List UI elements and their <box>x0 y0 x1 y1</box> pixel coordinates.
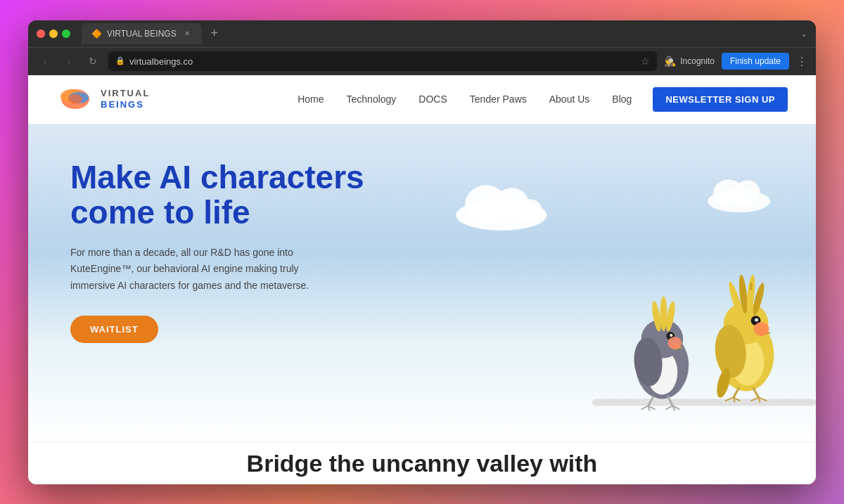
svg-line-27 <box>665 406 672 409</box>
hero-description: For more than a decade, all our R&D has … <box>70 245 338 295</box>
nav-tender-paws[interactable]: Tender Paws <box>470 93 527 105</box>
incognito-label: Incognito <box>680 56 715 66</box>
fullscreen-button[interactable] <box>62 30 70 38</box>
nav-about-us[interactable]: About Us <box>549 93 590 105</box>
close-button[interactable] <box>37 30 45 38</box>
lock-icon: 🔒 <box>115 56 125 66</box>
website-content: VIRTUAL BEINGS Home Technology DOCS Tend… <box>28 75 816 484</box>
next-section-preview: Bridge the uncanny valley with <box>28 442 816 484</box>
svg-rect-11 <box>592 399 816 406</box>
svg-point-40 <box>755 318 758 321</box>
browser-window: 🔶 VIRTUAL BEINGS ✕ + ⌄ ‹ › ↻ 🔒 virtualbe… <box>28 20 816 484</box>
forward-button[interactable]: › <box>60 53 77 70</box>
address-field[interactable]: 🔒 virtualbeings.co ☆ <box>108 51 657 71</box>
site-nav-links: Home Technology DOCS Tender Paws About U… <box>298 93 632 105</box>
tab-close-button[interactable]: ✕ <box>182 29 192 39</box>
site-nav: VIRTUAL BEINGS Home Technology DOCS Tend… <box>28 75 816 124</box>
nav-home[interactable]: Home <box>298 93 324 105</box>
new-tab-button[interactable]: + <box>205 24 224 44</box>
active-tab[interactable]: 🔶 VIRTUAL BEINGS ✕ <box>82 23 202 44</box>
nav-docs[interactable]: DOCS <box>418 93 447 105</box>
hero-title-line1: Make AI characters <box>70 159 364 195</box>
svg-point-20 <box>667 336 682 349</box>
svg-point-19 <box>670 334 672 337</box>
svg-point-41 <box>754 322 769 336</box>
bookmark-icon[interactable]: ☆ <box>641 56 650 67</box>
tab-favicon: 🔶 <box>91 29 101 39</box>
svg-point-3 <box>68 94 82 104</box>
birds-area <box>383 124 816 442</box>
logo-icon <box>56 84 95 115</box>
hero-illustration <box>383 124 816 442</box>
newsletter-signup-button[interactable]: NEWSLETTER SIGN UP <box>653 87 788 112</box>
waitlist-button[interactable]: WAITLIST <box>70 316 158 343</box>
svg-line-37 <box>742 283 743 290</box>
reload-button[interactable]: ↻ <box>84 53 101 70</box>
svg-line-38 <box>751 283 752 290</box>
tabs-chevron-icon[interactable]: ⌄ <box>800 29 807 39</box>
svg-line-45 <box>753 387 759 397</box>
logo-virtual: VIRTUAL <box>101 88 150 99</box>
next-section-title: Bridge the uncanny valley with <box>247 451 598 475</box>
more-options-icon[interactable]: ⋮ <box>796 55 807 68</box>
svg-line-24 <box>641 406 648 409</box>
logo-beings: BEINGS <box>101 99 150 110</box>
hero-section: Make AI characters come to life For more… <box>28 124 816 442</box>
svg-point-10 <box>735 180 760 204</box>
nav-technology[interactable]: Technology <box>347 93 397 105</box>
hero-title-line2: come to life <box>70 194 250 231</box>
finish-update-button[interactable]: Finish update <box>722 53 789 70</box>
address-bar: ‹ › ↻ 🔒 virtualbeings.co ☆ 🕵 Incognito F… <box>28 47 816 75</box>
svg-point-16 <box>660 296 667 331</box>
incognito-icon: 🕵 <box>664 56 676 67</box>
incognito-area: 🕵 Incognito <box>664 56 715 67</box>
svg-point-7 <box>517 199 542 221</box>
newsletter-label: NEWSLETTER SIGN UP <box>665 94 775 105</box>
waitlist-label: WAITLIST <box>90 324 139 335</box>
nav-blog[interactable]: Blog <box>612 93 632 105</box>
minimize-button[interactable] <box>49 30 58 38</box>
hero-content: Make AI characters come to life For more… <box>70 160 364 344</box>
logo-text: VIRTUAL BEINGS <box>101 88 150 110</box>
site-logo: VIRTUAL BEINGS <box>56 84 150 115</box>
tab-bar: 🔶 VIRTUAL BEINGS ✕ + <box>82 23 795 44</box>
finish-update-label: Finish update <box>730 56 781 66</box>
hero-title: Make AI characters come to life <box>70 160 364 231</box>
tab-label: VIRTUAL BEINGS <box>107 29 177 39</box>
svg-line-44 <box>734 387 739 397</box>
title-bar: 🔶 VIRTUAL BEINGS ✕ + ⌄ <box>28 20 816 47</box>
url-display: virtualbeings.co <box>129 56 193 67</box>
traffic-lights <box>37 30 70 38</box>
back-button[interactable]: ‹ <box>37 53 53 70</box>
